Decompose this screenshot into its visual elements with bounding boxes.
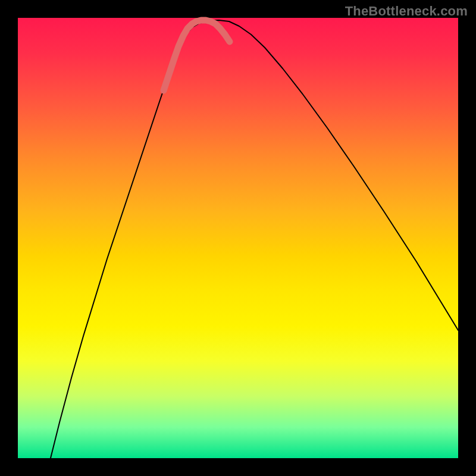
plot-area [18,18,458,458]
highlight-band [164,20,230,90]
curve-svg [18,18,458,458]
watermark-text: TheBottleneck.com [345,4,468,19]
bottleneck-curve [51,20,458,458]
chart-root: TheBottleneck.com [0,0,476,476]
